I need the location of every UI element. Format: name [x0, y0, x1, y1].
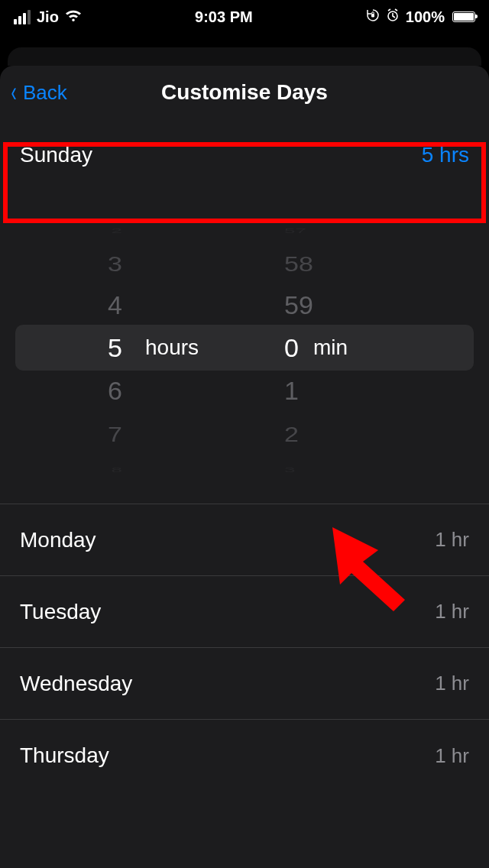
- picker-column-hours[interactable]: 2 3 4 5 6 7 8: [15, 191, 244, 504]
- picker-min-option[interactable]: 58: [244, 245, 474, 282]
- status-right: 100%: [366, 8, 475, 26]
- wifi-icon: [65, 8, 82, 26]
- back-button[interactable]: ‹ Back: [9, 79, 67, 106]
- status-left: Jio: [14, 8, 82, 26]
- sheet-stack-shadow: [8, 47, 481, 66]
- picker-mins-label: min: [313, 325, 348, 371]
- picker-hour-option[interactable]: 6: [15, 370, 244, 413]
- day-name: Tuesday: [20, 600, 101, 624]
- picker-hour-option[interactable]: 8: [15, 462, 244, 478]
- picker-hour-option[interactable]: 7: [15, 415, 244, 452]
- carrier-label: Jio: [37, 8, 59, 26]
- nav-bar: ‹ Back Customise Days: [0, 66, 489, 119]
- picker-hour-option[interactable]: 2: [15, 223, 244, 239]
- day-row-tuesday[interactable]: Tuesday 1 hr: [0, 576, 489, 648]
- picker-min-option[interactable]: 1: [244, 370, 474, 413]
- picker-hours-label: hours: [145, 325, 199, 371]
- orientation-lock-icon: [366, 8, 380, 25]
- picker-min-option[interactable]: 59: [244, 284, 474, 328]
- battery-pct-label: 100%: [406, 8, 445, 26]
- chevron-left-icon: ‹: [11, 79, 16, 106]
- day-value: 5 hrs: [422, 143, 469, 167]
- day-name: Wednesday: [20, 672, 132, 696]
- picker-hour-option[interactable]: 3: [15, 245, 244, 282]
- page-title: Customise Days: [161, 80, 328, 105]
- picker-hour-selected[interactable]: 5: [15, 325, 244, 371]
- status-bar: Jio 9:03 PM 100%: [0, 0, 489, 34]
- day-value: 1 hr: [435, 744, 469, 768]
- battery-icon: [452, 11, 475, 22]
- svg-rect-0: [371, 14, 374, 18]
- picker-min-selected[interactable]: 0: [244, 325, 474, 371]
- day-row-wednesday[interactable]: Wednesday 1 hr: [0, 648, 489, 720]
- back-label: Back: [23, 81, 67, 105]
- cellular-signal-icon: [14, 10, 31, 24]
- day-name: Thursday: [20, 743, 109, 768]
- day-name: Monday: [20, 528, 96, 552]
- alarm-icon: [386, 8, 400, 26]
- time-picker[interactable]: 2 3 4 5 6 7 8 hours 57 58 59 0 1 2 3 min: [0, 191, 489, 504]
- day-row-sunday[interactable]: Sunday 5 hrs: [0, 119, 489, 191]
- day-value: 1 hr: [435, 600, 469, 623]
- picker-min-option[interactable]: 3: [244, 462, 474, 478]
- day-value: 1 hr: [435, 672, 469, 695]
- picker-column-minutes[interactable]: 57 58 59 0 1 2 3: [244, 191, 474, 504]
- day-name: Sunday: [20, 143, 92, 167]
- picker-hour-option[interactable]: 4: [15, 284, 244, 328]
- day-row-monday[interactable]: Monday 1 hr: [0, 504, 489, 576]
- day-row-thursday[interactable]: Thursday 1 hr: [0, 720, 489, 792]
- clock-label: 9:03 PM: [195, 8, 253, 26]
- picker-min-option[interactable]: 2: [244, 415, 474, 452]
- modal-sheet: ‹ Back Customise Days Sunday 5 hrs 2 3 4…: [0, 66, 489, 868]
- day-value: 1 hr: [435, 528, 469, 552]
- picker-min-option[interactable]: 57: [244, 223, 474, 239]
